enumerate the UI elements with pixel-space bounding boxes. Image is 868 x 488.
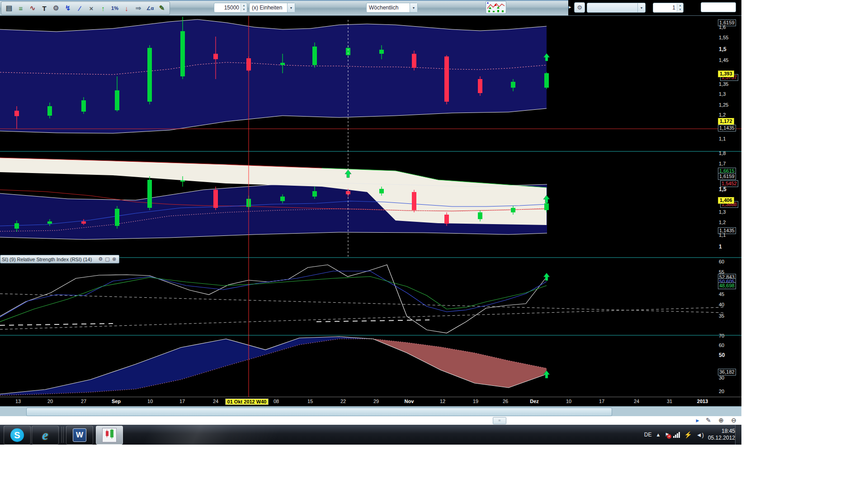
candle: [280, 63, 285, 65]
network-icon[interactable]: [673, 432, 680, 438]
candle: [412, 192, 416, 210]
volume-icon[interactable]: ◄): [696, 432, 704, 438]
symbol-caret-icon[interactable]: ▼: [637, 3, 645, 12]
candle: [180, 180, 185, 182]
period-value: Wöchentlich: [367, 5, 410, 11]
candle: [147, 180, 152, 208]
rsi-indicator-label: SI) (9) Relative Strength Index (RSI) (1…: [2, 257, 97, 262]
rsi-indicator-bar: SI) (9) Relative Strength Index (RSI) (1…: [0, 255, 119, 263]
date-label-selected: 01 Okt 2012 W40: [226, 399, 269, 405]
symbol-dropdown[interactable]: ▼: [587, 3, 646, 13]
date-label: 17: [599, 399, 604, 404]
date-label: 15: [307, 399, 313, 404]
angle-icon[interactable]: ∠α: [145, 3, 156, 14]
period-caret-icon[interactable]: ▼: [410, 3, 417, 12]
period-dropdown[interactable]: Wöchentlich ▼: [366, 3, 418, 13]
zoom-out-icon[interactable]: ⊖: [729, 416, 739, 424]
tools-icon[interactable]: ⚙: [51, 3, 61, 14]
candle: [478, 79, 482, 93]
units-caret-icon[interactable]: ▼: [287, 3, 295, 12]
quantity-spinner[interactable]: 15000 ▲▼: [214, 3, 247, 13]
date-label: 19: [473, 399, 478, 404]
date-label: 31: [667, 399, 672, 404]
keyboard-language[interactable]: DE: [644, 432, 652, 438]
candle: [444, 56, 449, 102]
power-icon[interactable]: ⚡: [684, 431, 692, 438]
count-spinner[interactable]: 1 ▲▼: [653, 3, 684, 13]
splitter-grip[interactable]: =: [493, 417, 506, 424]
units-dropdown[interactable]: (x) Einheiten ▼: [249, 3, 295, 13]
date-label: 13: [15, 399, 21, 404]
order-text-input[interactable]: [701, 2, 736, 12]
taskbar-ie-button[interactable]: e: [32, 426, 59, 445]
candle: [115, 209, 119, 226]
polyline-icon[interactable]: ↯: [62, 3, 73, 14]
alert-badge: ×: [667, 434, 671, 439]
candle: [312, 191, 317, 197]
chart-grid-icon[interactable]: ▤: [4, 3, 14, 14]
candle: [213, 190, 218, 208]
indicator-close-icon[interactable]: ⊗: [111, 256, 118, 262]
hidden-icons-button[interactable]: ▲: [656, 432, 661, 437]
horizontal-scrollbar[interactable]: [0, 406, 741, 417]
taskbar-separator: [61, 427, 62, 443]
date-label: 10: [147, 399, 153, 404]
date-label: Sep: [112, 399, 121, 404]
taskbar-clock[interactable]: 18:45 05.12.2012: [708, 428, 735, 441]
taskbar-separator: [63, 427, 64, 443]
date-label: 26: [503, 399, 508, 404]
settings-wrench-button[interactable]: ⚙: [574, 2, 585, 13]
count-value: 1: [653, 5, 677, 11]
candle: [544, 73, 549, 88]
quantity-spin-buttons[interactable]: ▲▼: [241, 4, 247, 12]
trading-app-window: ▤≡∿T⚙↯∕×↑1%↓⇒∠α✎ 15000 ▲▼ (x) Einheiten …: [0, 0, 741, 445]
indicator-list-icon[interactable]: ≡: [15, 3, 26, 14]
indicator-window-icon[interactable]: ▢: [104, 256, 111, 262]
candle: [14, 111, 19, 116]
date-label: 10: [566, 399, 571, 404]
candle: [14, 223, 19, 229]
toolbar-expand-icon[interactable]: ▸: [569, 4, 571, 10]
annotate-icon[interactable]: ✎: [703, 416, 713, 424]
text-tool-icon[interactable]: T: [39, 3, 50, 14]
candle: [379, 189, 384, 193]
desktop-screen: ▤≡∿T⚙↯∕×↑1%↓⇒∠α✎ 15000 ▲▼ (x) Einheiten …: [0, 0, 868, 488]
date-label: 29: [373, 399, 379, 404]
action-center-icon[interactable]: ⚑×: [665, 432, 669, 438]
taskbar-chart-app-button[interactable]: [96, 426, 123, 445]
arrow-right-icon[interactable]: ⇒: [133, 3, 144, 14]
date-label: 27: [81, 399, 86, 404]
indicator-settings-icon[interactable]: ⚙: [97, 256, 104, 262]
word-icon: W: [73, 428, 86, 442]
arrow-down-icon[interactable]: ↓: [121, 3, 132, 14]
percent-scale-icon[interactable]: 1%: [109, 3, 120, 14]
taskbar-word-button[interactable]: W: [66, 426, 93, 445]
date-axis: 132027Sep10172401 Okt 2012 W4008152229No…: [0, 397, 741, 406]
count-spin-buttons[interactable]: ▲▼: [677, 4, 683, 12]
windows-taskbar: S e W DE ▲ ⚑× ⚡: [0, 425, 741, 445]
candle: [379, 50, 384, 54]
taskbar-skype-button[interactable]: S: [4, 426, 31, 445]
zoom-in-icon[interactable]: ⊕: [716, 416, 726, 424]
chart-style-button[interactable]: [486, 1, 506, 14]
chart-footer-controls: = ▸✎⊕⊖: [0, 416, 741, 425]
show-desktop-button[interactable]: [735, 425, 741, 445]
candle: [180, 31, 185, 76]
freehand-icon[interactable]: ✎: [156, 3, 167, 14]
arrow-up-icon[interactable]: ↑: [98, 3, 108, 14]
candle: [544, 203, 549, 210]
scrollbar-thumb[interactable]: [26, 408, 612, 416]
date-label: 2013: [697, 399, 708, 404]
delete-icon[interactable]: ×: [86, 3, 97, 14]
candle: [81, 221, 86, 224]
chart-canvas[interactable]: [0, 0, 741, 406]
date-label: 20: [47, 399, 53, 404]
pan-right-icon[interactable]: ▸: [693, 416, 703, 424]
trendline-icon[interactable]: ∕: [74, 3, 85, 14]
candle: [444, 215, 449, 224]
date-label: 24: [634, 399, 639, 404]
trend-candles-icon[interactable]: ∿: [27, 3, 38, 14]
main-toolbar: ▤≡∿T⚙↯∕×↑1%↓⇒∠α✎ 15000 ▲▼ (x) Einheiten …: [0, 0, 741, 16]
candle: [47, 106, 52, 116]
candle: [511, 208, 515, 212]
